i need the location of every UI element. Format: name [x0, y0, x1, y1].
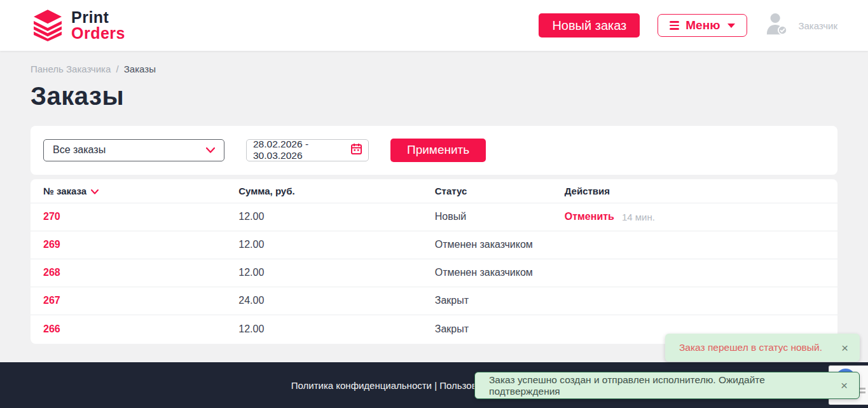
calendar-icon[interactable]	[351, 143, 362, 157]
page-title: Заказы	[31, 82, 837, 111]
col-actions: Действия	[565, 186, 825, 196]
print-stack-icon	[31, 7, 65, 44]
date-range-input[interactable]: 28.02.2026 - 30.03.2026	[246, 139, 369, 161]
new-order-button[interactable]: Новый заказ	[539, 13, 640, 37]
chevron-down-icon	[206, 144, 215, 156]
order-number-link[interactable]: 267	[43, 295, 60, 306]
col-order-number-label: № заказа	[43, 186, 86, 196]
breadcrumb: Панель Заказчика / Заказы	[31, 64, 837, 74]
order-amount: 12.00	[238, 239, 434, 250]
logo[interactable]: Print Orders	[31, 7, 125, 44]
breadcrumb-separator: /	[116, 64, 118, 74]
toast-message: Заказ успешно создан и отправлен исполни…	[489, 374, 824, 397]
toast-status-new: Заказ перешел в статус новый. ×	[665, 334, 860, 362]
menu-button[interactable]: Меню	[658, 14, 747, 37]
user-info[interactable]: Заказчик	[765, 11, 837, 39]
cancel-order-link[interactable]: Отменить	[565, 211, 614, 222]
close-icon[interactable]: ×	[841, 342, 848, 354]
order-number-link[interactable]: 269	[43, 239, 60, 250]
chevron-down-icon	[727, 24, 735, 28]
app-header: Print Orders Новый заказ Меню Заказчик	[0, 0, 868, 51]
order-number-link[interactable]: 266	[43, 323, 60, 335]
sort-chevron-icon	[91, 186, 99, 196]
date-range-value: 28.02.2026 - 30.03.2026	[253, 139, 351, 161]
brand-line2: Orders	[71, 25, 125, 41]
cancel-timer: 14 мин.	[622, 212, 655, 222]
order-amount: 12.00	[238, 211, 434, 222]
breadcrumb-current: Заказы	[124, 64, 156, 74]
toast-message: Заказ перешел в статус новый.	[679, 342, 822, 353]
close-icon[interactable]: ×	[841, 379, 848, 391]
filter-bar: Все заказы 28.02.2026 - 30.03.2026 Приме…	[31, 126, 837, 175]
hamburger-icon	[670, 21, 679, 30]
col-status: Статус	[435, 186, 565, 196]
header-actions: Новый заказ Меню Заказчик	[539, 11, 837, 39]
table-row: 267 24.00 Закрыт	[31, 287, 837, 315]
order-amount: 24.00	[238, 295, 434, 306]
order-number-link[interactable]: 268	[43, 267, 60, 278]
logo-text: Print Orders	[71, 10, 125, 41]
avatar	[765, 11, 789, 39]
user-role-label: Заказчик	[798, 20, 837, 31]
order-amount: 12.00	[238, 267, 434, 278]
order-status: Отменен заказчиком	[435, 239, 565, 250]
order-status: Закрыт	[435, 323, 565, 335]
apply-button[interactable]: Применить	[390, 139, 486, 162]
order-status: Отменен заказчиком	[435, 267, 565, 278]
main-content: Панель Заказчика / Заказы Заказы Все зак…	[0, 64, 868, 344]
breadcrumb-parent[interactable]: Панель Заказчика	[31, 64, 111, 74]
brand-line1: Print	[71, 10, 125, 25]
table-row: 269 12.00 Отменен заказчиком	[31, 231, 837, 259]
toast-order-created: Заказ успешно создан и отправлен исполни…	[474, 372, 860, 399]
col-amount: Сумма, руб.	[238, 186, 434, 196]
menu-button-label: Меню	[685, 18, 720, 32]
orders-table: № заказа Сумма, руб. Статус Действия 270…	[31, 179, 837, 344]
order-status: Новый	[435, 211, 565, 222]
order-amount: 12.00	[238, 323, 434, 335]
table-row: 270 12.00 Новый Отменить 14 мин.	[31, 203, 837, 231]
order-status: Закрыт	[435, 295, 565, 306]
col-order-number[interactable]: № заказа	[43, 186, 238, 196]
table-header-row: № заказа Сумма, руб. Статус Действия	[31, 179, 837, 203]
table-row: 268 12.00 Отменен заказчиком	[31, 259, 837, 287]
order-number-link[interactable]: 270	[43, 211, 60, 222]
status-filter-value: Все заказы	[53, 144, 106, 156]
status-filter-select[interactable]: Все заказы	[43, 139, 224, 161]
